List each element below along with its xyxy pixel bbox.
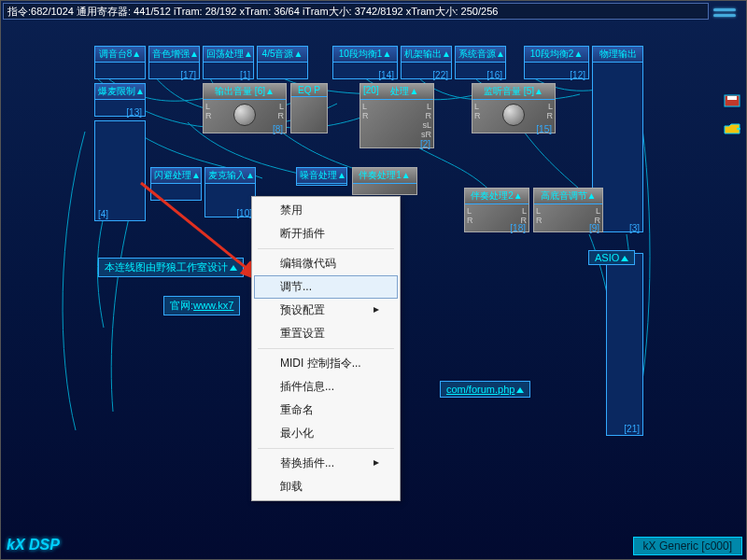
menu-replace[interactable]: 替换插件...▸ xyxy=(254,452,398,475)
brand-label: kX DSP xyxy=(7,537,60,553)
knob-icon[interactable] xyxy=(233,104,256,126)
node-limiter[interactable]: 爆麦限制▲[13] xyxy=(94,83,146,117)
node-eqp[interactable]: EQ P xyxy=(290,83,328,133)
menu-rename[interactable]: 重命名 xyxy=(254,399,398,422)
node-duck[interactable]: 闪避处理▲ xyxy=(150,167,202,201)
node-rackout[interactable]: 机架输出▲[22] xyxy=(401,46,452,79)
url-label-2[interactable]: com/forum.php xyxy=(440,381,530,398)
credit-label: 本连线图由野狼工作室设计 xyxy=(98,258,244,277)
save-icon[interactable] xyxy=(724,94,740,107)
menu-plugininfo[interactable]: 插件信息... xyxy=(254,375,398,399)
device-label[interactable]: kX Generic [c000] xyxy=(633,537,742,555)
node-bass[interactable]: 高底音调节▲LRLR[9] xyxy=(533,188,603,232)
url-label-1[interactable]: 官网:www.kx7 xyxy=(163,296,240,315)
menu-adjust[interactable]: 调节... xyxy=(254,275,398,299)
menu-editcode[interactable]: 编辑微代码 xyxy=(254,252,398,275)
node-noise[interactable]: 噪音处理▲ xyxy=(296,167,347,186)
node-micin[interactable]: 麦克输入▲[10] xyxy=(204,167,256,217)
menu-midi[interactable]: MIDI 控制指令... xyxy=(254,352,398,375)
node-mixer[interactable]: 调音台8▲ xyxy=(94,46,146,79)
knob-icon[interactable] xyxy=(502,104,525,126)
menu-separator xyxy=(258,448,394,449)
node-proc[interactable]: [20]处理▲LRLRsLsR[2] xyxy=(359,83,434,148)
menu-preset[interactable]: 预设配置▸ xyxy=(254,299,398,322)
node-syssrc[interactable]: 系统音源▲[16] xyxy=(455,46,506,79)
menu-separator xyxy=(258,248,394,249)
node-reverb[interactable]: 回荡处理▲[1] xyxy=(203,46,254,79)
menu-unload[interactable]: 卸载 xyxy=(254,475,398,498)
node-outvol[interactable]: 输出音量 [6]▲LRLR[8] xyxy=(203,83,287,133)
node-accomp1[interactable]: 伴奏处理1▲ xyxy=(352,167,417,195)
context-menu[interactable]: 禁用 断开插件 编辑微代码 调节... 预设配置▸ 重置设置 MIDI 控制指令… xyxy=(251,196,401,501)
menu-separator xyxy=(258,348,394,349)
window-controls[interactable] xyxy=(713,6,741,20)
menu-minimize[interactable]: 最小化 xyxy=(254,422,398,445)
menu-disable[interactable]: 禁用 xyxy=(254,199,398,222)
menu-reset[interactable]: 重置设置 xyxy=(254,322,398,345)
status-bar: 指令:682/1024 通用寄存器: 441/512 iTram: 28/192… xyxy=(3,3,709,20)
open-icon[interactable] xyxy=(724,122,740,135)
node-rightcol[interactable]: [21] xyxy=(606,253,643,436)
node-tone[interactable]: 音色增强▲[17] xyxy=(148,46,200,79)
svg-rect-1 xyxy=(727,96,737,100)
node-45src[interactable]: 4/5音源▲ xyxy=(257,46,308,79)
node-accomp2[interactable]: 伴奏处理2▲LRLR[18] xyxy=(464,188,529,232)
node-left[interactable]: [4] xyxy=(94,120,146,221)
asio-label[interactable]: ASIO xyxy=(588,250,635,265)
node-monvol[interactable]: 监听音量 [5]▲LRLR[15] xyxy=(472,83,556,133)
node-eq1[interactable]: 10段均衡1▲[14] xyxy=(332,46,398,79)
node-eq2[interactable]: 10段均衡2▲[12] xyxy=(524,46,589,79)
menu-disconnect[interactable]: 断开插件 xyxy=(254,222,398,245)
